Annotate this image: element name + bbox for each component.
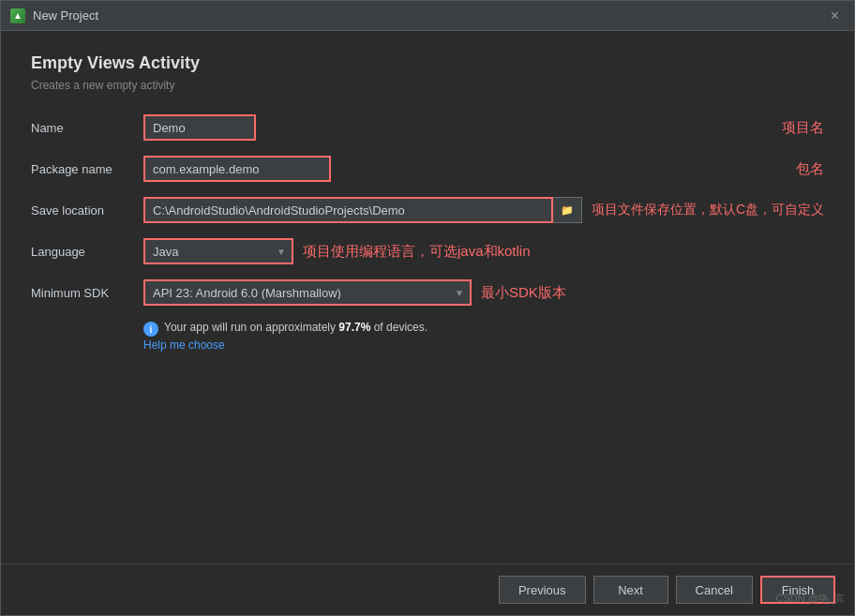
dialog-title: New Project [33, 8, 825, 23]
minimum-sdk-annotation: 最小SDK版本 [481, 284, 566, 302]
language-label: Language [31, 245, 143, 259]
dialog-content: Empty Views Activity Creates a new empty… [1, 31, 854, 563]
watermark: CSDN @络_宾 [775, 592, 845, 606]
browse-button[interactable]: 📁 [553, 197, 582, 223]
app-icon: ▲ [10, 8, 25, 23]
language-annotation: 项目使用编程语言，可选java和kotlin [303, 243, 531, 261]
language-select-wrapper: Java Kotlin ▼ [143, 238, 293, 264]
package-name-input[interactable] [143, 156, 331, 182]
minimum-sdk-row: Minimum SDK API 23: Android 6.0 (Marshma… [31, 279, 824, 306]
package-name-input-wrapper [143, 156, 787, 182]
name-input-wrapper [143, 114, 772, 141]
name-annotation: 项目名 [782, 119, 824, 137]
save-location-input-wrapper: 📁 [143, 197, 582, 223]
name-row: Name 项目名 [31, 114, 824, 141]
dialog-footer: Previous Next Cancel Finish [1, 563, 854, 615]
previous-button[interactable]: Previous [499, 576, 586, 604]
package-name-label: Package name [31, 162, 143, 176]
close-button[interactable]: × [825, 6, 845, 26]
package-name-annotation: 包名 [796, 160, 824, 178]
save-location-annotation: 项目文件保存位置，默认C盘，可自定义 [592, 202, 824, 218]
language-select[interactable]: Java Kotlin [143, 238, 293, 264]
help-me-choose-link[interactable]: Help me choose [31, 338, 824, 352]
language-row: Language Java Kotlin ▼ 项目使用编程语言，可选java和k… [31, 238, 824, 264]
section-subtitle: Creates a new empty activity [31, 79, 824, 92]
info-percent: 97.7% [338, 321, 370, 334]
title-bar: ▲ New Project × [1, 1, 854, 31]
name-label: Name [31, 121, 143, 135]
minimum-sdk-select[interactable]: API 23: Android 6.0 (Marshmallow) API 24… [143, 279, 472, 306]
info-icon: i [143, 322, 158, 337]
minimum-sdk-select-wrapper: API 23: Android 6.0 (Marshmallow) API 24… [143, 279, 472, 306]
package-name-row: Package name 包名 [31, 156, 824, 182]
save-location-input[interactable] [143, 197, 553, 223]
next-button[interactable]: Next [593, 576, 668, 604]
name-input[interactable] [143, 114, 256, 141]
minimum-sdk-label: Minimum SDK [31, 286, 143, 300]
section-title: Empty Views Activity [31, 53, 824, 73]
save-location-row: Save location 📁 项目文件保存位置，默认C盘，可自定义 [31, 197, 824, 223]
info-row: i Your app will run on approximately 97.… [31, 321, 824, 337]
cancel-button[interactable]: Cancel [676, 576, 753, 604]
info-text: Your app will run on approximately 97.7%… [164, 321, 428, 334]
save-location-label: Save location [31, 203, 143, 218]
new-project-dialog: ▲ New Project × Empty Views Activity Cre… [0, 0, 855, 616]
